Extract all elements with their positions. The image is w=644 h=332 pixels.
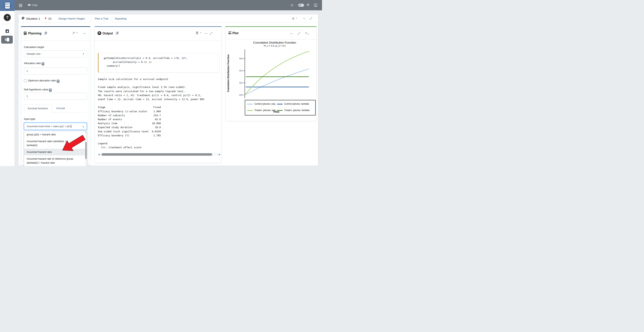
svg-text:0.0: 0.0 xyxy=(240,94,242,96)
apps-grid-icon[interactable] xyxy=(314,4,317,8)
optimum-allocation-checkbox[interactable] xyxy=(24,79,27,82)
minimize-plot-button[interactable] xyxy=(290,34,292,34)
output-horizontal-scrollbar[interactable]: ◀ ▶ xyxy=(97,153,221,156)
chart-subtitle: Pi_1 = 0.4, pi_2 = 0.2 xyxy=(239,44,310,47)
legend-line-sample xyxy=(247,110,253,111)
legend-line-sample xyxy=(277,104,282,104)
copy-icon[interactable] xyxy=(44,32,47,36)
logo-text-line1: PACT xyxy=(4,4,11,5)
tab-survival-functions[interactable]: Survival functions xyxy=(24,104,52,113)
legend-label: Treatm. piecew. lambda xyxy=(284,109,310,112)
planning-panel-title: Planning xyxy=(28,32,42,35)
dropdown-item[interactable]: group (pi2) + hazard ratio xyxy=(24,131,80,138)
chart-legend: Control piecew. exp. Control piecew. lam… xyxy=(245,100,316,116)
favorites-count: (0) xyxy=(48,17,52,20)
dropdown-item-highlighted[interactable]: Assumed hazard ratio xyxy=(24,149,87,156)
scroll-up-icon[interactable]: ▲ xyxy=(86,131,87,132)
legend-label: Control piecew. lambda xyxy=(284,102,309,105)
legend-label: Control piecew. exp. xyxy=(254,102,276,105)
app-logo[interactable]: PACT Cloud xyxy=(0,0,14,11)
expand-plot-icon[interactable] xyxy=(297,32,300,36)
minimize-card-button[interactable] xyxy=(303,18,306,19)
output-panel-title: Output xyxy=(102,32,113,35)
chevron-up-icon: ▲ xyxy=(82,124,84,130)
chart-icon xyxy=(228,31,232,35)
hamburger-menu-icon[interactable] xyxy=(19,4,22,8)
fullscreen-arrows-icon[interactable] xyxy=(290,4,294,8)
dropdown-scrollbar-thumb[interactable] xyxy=(86,142,86,159)
left-sidebar xyxy=(0,10,14,166)
export-caret-icon[interactable]: ▾ xyxy=(200,32,202,34)
r-code-text: getSampleSizeSurvival(pi1 = 0.4, accrual… xyxy=(98,53,219,68)
dropdown-item[interactable]: Assumed hazard rate of reference group (… xyxy=(24,156,82,166)
wrench-icon[interactable] xyxy=(72,31,75,35)
svg-text:0.6: 0.6 xyxy=(240,57,242,60)
scrollbar-thumb[interactable] xyxy=(102,153,212,156)
svg-text:0.4: 0.4 xyxy=(240,70,243,72)
collapse-panel-button[interactable] xyxy=(1,36,13,44)
dropdown-scrollbar[interactable]: ▲ xyxy=(85,131,87,166)
dropdown-item[interactable]: Assumed hazard rates (lambda1 + lambda2) xyxy=(24,138,80,149)
favorite-heart-icon[interactable]: ♥ xyxy=(45,16,46,20)
minimize-planning-button[interactable] xyxy=(83,33,86,34)
help-badge-icon[interactable]: ? xyxy=(57,80,60,83)
export-file-icon[interactable] xyxy=(196,31,199,36)
calculation-target-label: Calculation target xyxy=(24,46,44,48)
settings-gear-icon[interactable]: ⚙ xyxy=(306,3,310,7)
empty-set-icon: Ø xyxy=(22,16,24,20)
expand-card-icon[interactable] xyxy=(310,17,312,21)
svg-text:?: ? xyxy=(29,4,30,6)
logo-text-line2: Cloud xyxy=(4,6,11,7)
question-help-avatar[interactable]: ? xyxy=(4,14,11,21)
scroll-left-icon[interactable]: ◀ xyxy=(98,154,100,156)
chevron-down-icon: ▼ xyxy=(82,51,84,57)
tab-reporting[interactable]: Reporting xyxy=(115,17,126,20)
scroll-right-icon[interactable]: ▶ xyxy=(219,154,220,156)
cdf-chart: 0.00.20.40.6 xyxy=(229,48,313,100)
top-bar xyxy=(0,0,322,10)
svg-text:0.2: 0.2 xyxy=(240,82,242,84)
tab-design-interim-stages[interactable]: Design Interim Stages xyxy=(58,17,85,20)
chart-x-axis-label: Time xyxy=(273,110,279,113)
legend-line-sample xyxy=(247,104,253,104)
null-hypothesis-label: Null hypothesis value ? xyxy=(24,88,52,92)
warning-caret-icon[interactable]: ▾ xyxy=(296,17,297,19)
copy-icon[interactable] xyxy=(116,32,118,36)
output-result-text: Sample size calculation for a survival e… xyxy=(98,77,204,150)
input-type-combobox[interactable]: Assumed event time + rates (pi1 + pi2) ▲ xyxy=(24,122,87,130)
tab-plan-a-trial[interactable]: Plan a Trial xyxy=(91,14,112,23)
help-badge-icon[interactable]: ? xyxy=(42,62,44,66)
calculator-icon xyxy=(24,32,27,36)
allocation-ratio-label: Allocation ratio ? xyxy=(24,62,44,66)
wrench-caret-icon[interactable]: ▾ xyxy=(76,32,78,34)
input-type-label: Input type xyxy=(24,118,35,120)
optimum-allocation-label: Optimum allocation ratio ? xyxy=(28,79,60,83)
null-hypothesis-input[interactable]: 1 xyxy=(24,93,87,100)
warning-icon[interactable] xyxy=(292,17,295,20)
pact-cloud-logo-icon: PACT Cloud xyxy=(4,2,11,9)
help-chat-icon[interactable]: ? xyxy=(28,4,31,8)
calculation-target-select[interactable]: Sample size ▼ xyxy=(24,50,87,57)
input-type-dropdown: group (pi2) + hazard ratio Assumed hazar… xyxy=(24,131,87,166)
chart-title: Cumulative Distribution Function xyxy=(239,41,310,44)
help-badge-icon[interactable]: ? xyxy=(49,88,52,92)
survival-accrual-tabs: Survival functions Accrual xyxy=(24,104,87,112)
flag-steps-icon[interactable] xyxy=(6,30,9,33)
text-cursor xyxy=(71,125,72,128)
dark-mode-toggle[interactable] xyxy=(298,4,304,7)
r-code-block: getSampleSizeSurvival(pi1 = 0.4, accrual… xyxy=(98,53,220,73)
situation-title: Situation 1 xyxy=(26,17,40,20)
allocation-ratio-input[interactable]: 1 xyxy=(24,68,87,74)
expand-output-icon[interactable] xyxy=(210,32,212,36)
tab-accrual[interactable]: Accrual xyxy=(52,104,68,112)
plot-panel-title: Plot xyxy=(232,32,238,35)
help-button[interactable]: Help xyxy=(32,4,38,6)
minimize-output-button[interactable] xyxy=(204,33,207,34)
r-logo-icon: R xyxy=(98,31,101,35)
plot-settings-gears-icon[interactable]: ⚙⚙ xyxy=(305,32,309,35)
